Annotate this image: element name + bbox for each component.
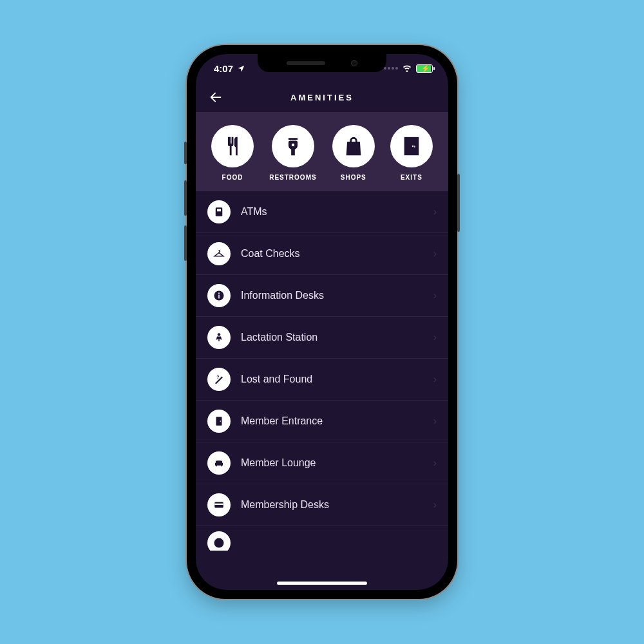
lactation-icon xyxy=(207,326,231,349)
svg-text:?: ? xyxy=(216,375,219,379)
list-item-membership-desks[interactable]: Membership Desks › xyxy=(196,484,448,526)
list-item-next[interactable] xyxy=(196,526,448,551)
mute-switch xyxy=(184,142,187,164)
category-exits[interactable]: EXITS xyxy=(390,125,433,181)
list-item-label: Lactation Station xyxy=(241,332,423,343)
svg-rect-4 xyxy=(217,209,221,212)
list-item-information-desks[interactable]: Information Desks › xyxy=(196,275,448,317)
phone-frame: 4:07 ⚡ AMENITIES F xyxy=(187,45,457,599)
list-item-label: Member Entrance xyxy=(241,415,423,427)
hanger-icon xyxy=(207,242,231,265)
status-right: ⚡ xyxy=(384,62,433,75)
atm-icon xyxy=(207,200,231,223)
list-item-coat-checks[interactable]: Coat Checks › xyxy=(196,233,448,275)
chevron-right-icon: › xyxy=(433,457,437,469)
chevron-right-icon: › xyxy=(433,499,437,511)
chevron-right-icon: › xyxy=(433,248,437,260)
lounge-icon xyxy=(207,451,231,475)
battery-charging-icon: ⚡ xyxy=(416,64,433,73)
chevron-right-icon: › xyxy=(433,290,437,301)
category-bar: FOOD RESTROOMS SHOPS EXITS xyxy=(196,112,448,191)
svg-point-7 xyxy=(218,292,220,294)
list-item-atms[interactable]: ATMs › xyxy=(196,191,448,233)
list-item-member-entrance[interactable]: Member Entrance › xyxy=(196,401,448,442)
svg-rect-3 xyxy=(216,207,223,216)
speaker-grille xyxy=(287,61,325,65)
svg-point-2 xyxy=(412,146,414,147)
category-food[interactable]: FOOD xyxy=(211,125,254,181)
amenity-list: ATMs › Coat Checks › Information Desks › xyxy=(196,191,448,551)
list-item-lost-and-found[interactable]: ? Lost and Found › xyxy=(196,359,448,401)
signal-dots-icon xyxy=(384,67,398,70)
list-item-label: ATMs xyxy=(241,206,423,218)
wifi-icon xyxy=(402,62,412,75)
list-item-label: Information Desks xyxy=(241,290,423,301)
shop-icon xyxy=(332,125,375,167)
exit-icon xyxy=(390,125,433,167)
arrow-left-icon xyxy=(209,90,223,104)
info-icon xyxy=(207,284,231,307)
list-item-lactation-station[interactable]: Lactation Station › xyxy=(196,317,448,359)
category-label: EXITS xyxy=(401,174,422,181)
chevron-right-icon: › xyxy=(433,374,437,385)
back-button[interactable] xyxy=(206,88,225,107)
status-time: 4:07 xyxy=(214,63,233,74)
chevron-right-icon: › xyxy=(433,415,437,427)
page-title: AMENITIES xyxy=(290,93,354,102)
door-icon xyxy=(207,410,231,433)
category-label: SHOPS xyxy=(341,174,366,181)
lost-and-found-icon: ? xyxy=(207,368,231,391)
chevron-right-icon: › xyxy=(433,206,437,218)
nav-header: AMENITIES xyxy=(196,82,448,112)
location-arrow-icon xyxy=(237,64,245,73)
category-label: FOOD xyxy=(222,174,243,181)
status-left: 4:07 xyxy=(214,63,245,74)
chevron-right-icon: › xyxy=(433,332,437,343)
list-item-label: Coat Checks xyxy=(241,248,423,260)
notch xyxy=(258,54,386,72)
volume-down-button xyxy=(184,225,187,261)
volume-up-button xyxy=(184,180,187,216)
category-restrooms[interactable]: RESTROOMS xyxy=(269,125,316,181)
home-indicator[interactable] xyxy=(277,582,367,585)
restroom-icon xyxy=(272,125,314,167)
category-shops[interactable]: SHOPS xyxy=(332,125,375,181)
card-icon xyxy=(207,493,231,516)
list-item-label: Membership Desks xyxy=(241,499,423,511)
power-button xyxy=(457,174,460,232)
list-item-member-lounge[interactable]: Member Lounge › xyxy=(196,442,448,484)
list-item-label: Lost and Found xyxy=(241,374,423,385)
svg-rect-6 xyxy=(218,295,220,299)
food-icon xyxy=(211,125,254,167)
svg-point-8 xyxy=(218,333,221,336)
list-item-label: Member Lounge xyxy=(241,457,423,469)
svg-point-11 xyxy=(220,421,222,422)
svg-point-14 xyxy=(214,538,224,548)
svg-rect-13 xyxy=(214,504,223,505)
screen: 4:07 ⚡ AMENITIES F xyxy=(196,54,448,590)
svg-rect-10 xyxy=(216,417,222,426)
category-label: RESTROOMS xyxy=(269,174,316,181)
generic-icon xyxy=(207,531,231,551)
front-camera xyxy=(351,60,357,66)
